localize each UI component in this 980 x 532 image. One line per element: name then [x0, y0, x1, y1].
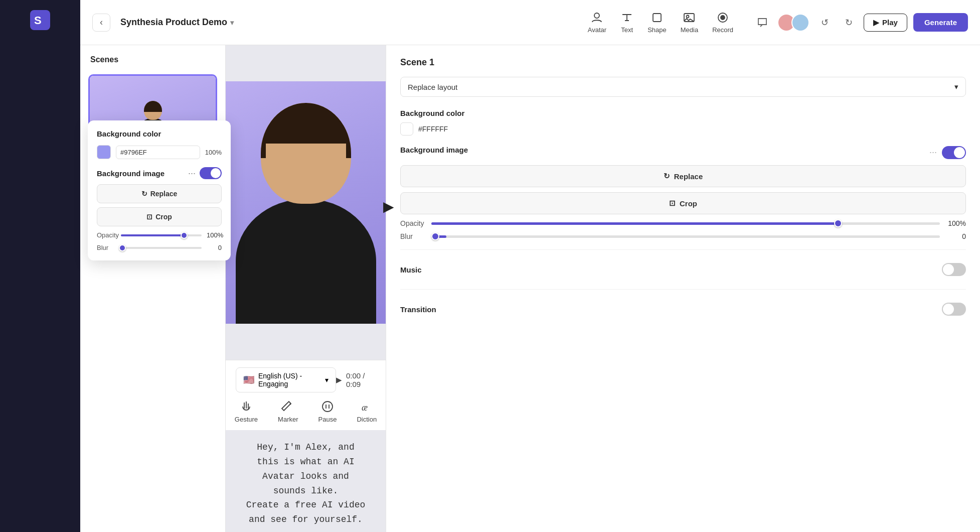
rp-bg-image-toggle[interactable]: [942, 146, 966, 159]
replace-icon: ↻: [664, 172, 670, 181]
redo-button[interactable]: ↻: [840, 14, 858, 32]
pause-icon: [320, 400, 335, 414]
opacity-value: 100%: [207, 231, 222, 239]
color-row: #9796EF 100%: [97, 145, 222, 159]
crop-icon: ⊡: [146, 213, 152, 221]
rp-opacity-slider[interactable]: [431, 222, 940, 225]
replace-icon: ↻: [141, 190, 147, 198]
color-swatch[interactable]: [97, 145, 111, 159]
crop-button[interactable]: ⊡ Crop: [97, 207, 222, 226]
avatar-figure: [226, 103, 386, 324]
collaborators: [777, 14, 809, 32]
rp-music-toggle[interactable]: [942, 263, 966, 276]
pause-button[interactable]: Pause: [318, 400, 337, 423]
top-navigation: ‹ Synthesia Product Demo ▾ Avatar Text S…: [80, 0, 980, 45]
canvas-frame: [226, 81, 386, 324]
bg-image-three-dots[interactable]: ···: [188, 168, 196, 179]
chevron-down-icon: ▾: [230, 19, 234, 27]
replace-button[interactable]: ↻ Replace: [97, 184, 222, 203]
rp-transition-label: Transition: [400, 305, 436, 314]
rp-color-swatch[interactable]: [400, 122, 413, 136]
blur-slider-thumb[interactable]: [119, 244, 126, 251]
rp-replace-button[interactable]: ↻ Replace: [400, 165, 966, 187]
rp-blur-thumb[interactable]: [431, 232, 439, 240]
play-button[interactable]: ▶ Play: [864, 14, 907, 32]
nav-tool-text[interactable]: Text: [620, 11, 633, 34]
logo-icon: S: [30, 10, 50, 30]
bg-popup-title: Background color: [97, 129, 222, 138]
avatar-head: [261, 103, 351, 204]
opacity-slider-thumb[interactable]: [181, 232, 188, 239]
nav-tool-shape[interactable]: Shape: [647, 11, 667, 34]
marker-button[interactable]: Marker: [278, 400, 298, 423]
right-panel-title: Scene 1: [400, 57, 966, 68]
record-icon: [716, 11, 729, 24]
rp-blur-slider[interactable]: [431, 235, 940, 238]
undo-button[interactable]: ↺: [815, 14, 834, 32]
rp-blur-row: Blur 0: [400, 232, 966, 240]
bottom-controls: 🇺🇸 English (US) - Engaging ▾ ▶ 0:00 / 0:…: [226, 360, 386, 430]
language-row: 🇺🇸 English (US) - Engaging ▾ ▶ 0:00 / 0:…: [236, 367, 376, 392]
rp-color-hex: #FFFFFF: [418, 125, 448, 133]
scenes-panel: Scenes SCENE 1: [80, 45, 226, 532]
chevron-down-icon: ▾: [325, 376, 329, 384]
language-select[interactable]: 🇺🇸 English (US) - Engaging ▾: [236, 367, 336, 392]
opacity-label: Opacity: [97, 231, 116, 239]
avatar-face: [266, 144, 346, 204]
rp-transition-toggle[interactable]: [942, 303, 966, 316]
blur-slider[interactable]: [121, 247, 202, 249]
blur-value: 0: [207, 244, 222, 251]
nav-right-controls: ↺ ↻ ▶ Play Generate: [753, 13, 968, 32]
avatar-user2: [791, 14, 809, 32]
opacity-slider-row: Opacity 100%: [97, 231, 222, 239]
shape-icon: [650, 11, 664, 24]
bg-image-section-row: Background image ···: [97, 167, 222, 179]
background-color-popup: Background color #9796EF 100% Background…: [88, 120, 231, 260]
blur-slider-row: Blur 0: [97, 244, 222, 251]
rp-opacity-row: Opacity 100%: [400, 219, 966, 227]
rp-opacity-value: 100%: [946, 219, 966, 227]
nav-tool-media[interactable]: Media: [681, 11, 698, 34]
rp-opacity-thumb[interactable]: [834, 219, 842, 227]
avatar-icon: [590, 11, 603, 24]
rp-bg-image-row: Background image ···: [400, 146, 966, 159]
bg-color-section-label: Background color: [400, 109, 966, 117]
text-icon: [620, 11, 633, 24]
rp-opacity-label: Opacity: [400, 219, 425, 227]
bg-image-toggle[interactable]: [200, 167, 222, 179]
rp-blur-value: 0: [946, 232, 966, 240]
nav-tool-record[interactable]: Record: [712, 11, 733, 34]
color-hex-input[interactable]: #9796EF: [116, 146, 200, 159]
rp-crop-button[interactable]: ⊡ Crop: [400, 192, 966, 214]
nav-tool-avatar[interactable]: Avatar: [588, 11, 606, 34]
marker-icon: [281, 400, 295, 414]
opacity-slider[interactable]: [121, 234, 202, 236]
color-opacity-pct: 100%: [205, 149, 222, 156]
back-button[interactable]: ‹: [92, 14, 110, 32]
back-icon: ‹: [100, 17, 103, 28]
svg-point-2: [594, 13, 599, 18]
svg-rect-3: [653, 14, 661, 22]
time-display[interactable]: ▶ 0:00 / 0:09: [336, 371, 376, 388]
right-panel: Scene 1 Replace layout ▾ Background colo…: [386, 45, 980, 532]
svg-text:S: S: [34, 14, 42, 27]
canvas-area[interactable]: [226, 45, 386, 360]
diction-button[interactable]: æ Diction: [357, 400, 377, 423]
blur-label: Blur: [97, 244, 116, 251]
bg-image-label: Background image: [97, 169, 165, 178]
diction-icon: æ: [360, 400, 374, 414]
opacity-slider-fill: [121, 234, 184, 236]
gesture-icon: [239, 400, 253, 414]
comment-button[interactable]: [753, 14, 771, 32]
rp-bg-three-dots[interactable]: ···: [929, 147, 937, 158]
generate-button[interactable]: Generate: [913, 13, 968, 32]
rp-music-row: Music: [400, 259, 966, 280]
project-title[interactable]: Synthesia Product Demo ▾: [120, 17, 234, 28]
script-area[interactable]: Hey, I'm Alex, and this is what an AI Av…: [226, 430, 386, 532]
svg-point-7: [721, 16, 725, 20]
left-sidebar: S: [0, 0, 80, 532]
replace-layout-dropdown[interactable]: Replace layout ▾: [400, 77, 966, 97]
scenes-header: Scenes: [80, 45, 225, 70]
script-line-1: Hey, I'm Alex, and this is what an AI Av…: [246, 440, 366, 498]
gesture-button[interactable]: Gesture: [235, 400, 258, 423]
